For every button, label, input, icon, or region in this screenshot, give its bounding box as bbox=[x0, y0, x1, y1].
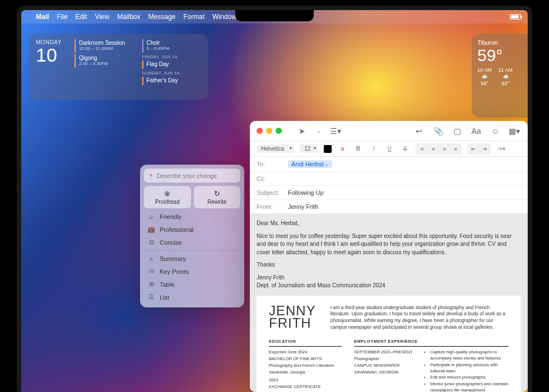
subject-field[interactable]: Following Up bbox=[288, 189, 324, 196]
align-center-button[interactable]: ≡ bbox=[428, 144, 438, 153]
mail-compose-window: ➤ ⌄ ☰▾ ↩ 📎 ▢ Aa ☺ ▦▾ Helvetica 12 a B I … bbox=[250, 121, 528, 392]
minimize-button[interactable] bbox=[266, 128, 272, 134]
cloud-icon: ☁️ bbox=[481, 74, 487, 80]
menu-window[interactable]: Window bbox=[212, 13, 236, 21]
tone-friendly[interactable]: ☺Friendly bbox=[144, 211, 240, 223]
weather-temp: 59° bbox=[477, 46, 522, 65]
menu-app[interactable]: Mail bbox=[36, 13, 49, 21]
calendar-event: Choir 8 – 8:45PM bbox=[142, 39, 202, 53]
menu-format[interactable]: Format bbox=[183, 13, 204, 21]
body-signature: Jenny Frith bbox=[257, 274, 521, 282]
from-label: From: bbox=[257, 203, 283, 210]
indent-group: ⇤ ⇥ bbox=[467, 143, 491, 155]
format-bar: Helvetica 12 a B I U S ≡ ≡ ≡ ≡ ⇤ ⇥ ⁝≡▾ bbox=[250, 141, 528, 157]
writing-tools-panel: ✦ Describe your change ⊕ Proofread ↻ Rew… bbox=[140, 165, 244, 307]
sparkle-icon: ✦ bbox=[148, 172, 153, 179]
rewrite-button[interactable]: ↻ Rewrite bbox=[194, 186, 241, 208]
experience-bullets: Capture high-quality photographs to acco… bbox=[425, 349, 509, 392]
experience-heading: EMPLOYMENT EXPERIENCE bbox=[354, 339, 509, 347]
transform-list[interactable]: ☰List bbox=[144, 291, 240, 304]
color-swatch[interactable] bbox=[324, 145, 332, 153]
body-signature: Dept. of Journalism and Mass Communicati… bbox=[257, 282, 521, 290]
menu-file[interactable]: File bbox=[57, 13, 67, 21]
attach-icon[interactable]: 📎 bbox=[431, 124, 445, 138]
concise-icon: ⊟ bbox=[147, 239, 155, 246]
photo-icon[interactable]: ▢ bbox=[450, 124, 464, 138]
rewrite-icon: ↻ bbox=[214, 189, 220, 198]
align-justify-button[interactable]: ≡ bbox=[450, 144, 460, 153]
cloud-icon: ☁️ bbox=[503, 74, 509, 80]
calendar-day: MONDAY bbox=[36, 39, 67, 45]
format-icon[interactable]: Aa bbox=[469, 124, 483, 138]
table-icon: ⊞ bbox=[147, 281, 155, 288]
battery-icon[interactable] bbox=[510, 14, 521, 20]
indent-button[interactable]: ⇥ bbox=[480, 144, 490, 153]
outdent-button[interactable]: ⇤ bbox=[468, 144, 478, 153]
summary-icon: ≡ bbox=[147, 255, 155, 262]
strike-button[interactable]: S bbox=[400, 146, 410, 152]
magnify-icon: ⊕ bbox=[164, 189, 170, 198]
font-size-select[interactable]: 12 bbox=[300, 144, 318, 153]
weather-widget[interactable]: Tiburon 59° 10 AM ☁️ 59° 11 AM ☁️ 62° bbox=[472, 34, 528, 118]
send-button[interactable]: ➤ bbox=[295, 124, 309, 138]
menu-message[interactable]: Message bbox=[148, 13, 176, 21]
cc-label: Cc: bbox=[257, 175, 283, 182]
resume-bio: I am a third-year student undergraduate … bbox=[331, 305, 509, 332]
resume-name: FRITH bbox=[269, 317, 316, 330]
body-thanks: Thanks bbox=[257, 261, 521, 269]
calendar-widget[interactable]: MONDAY 10 Darkroom Session 10:30 – 11:30… bbox=[29, 34, 208, 100]
mail-body-editor[interactable]: Dear Ms. Herbst, Nice to meet you for co… bbox=[250, 214, 528, 392]
title-bar[interactable]: ➤ ⌄ ☰▾ ↩ 📎 ▢ Aa ☺ ▦▾ bbox=[250, 121, 528, 141]
emoji-icon[interactable]: ☺ bbox=[488, 124, 502, 138]
weather-location: Tiburon bbox=[477, 39, 522, 46]
describe-change-input[interactable]: ✦ Describe your change bbox=[144, 169, 240, 183]
send-later-chevron[interactable]: ⌄ bbox=[312, 124, 325, 138]
alignment-group: ≡ ≡ ≡ ≡ bbox=[416, 143, 462, 155]
education-heading: EDUCATION bbox=[269, 339, 342, 347]
align-left-button[interactable]: ≡ bbox=[417, 144, 427, 153]
align-right-button[interactable]: ≡ bbox=[439, 144, 449, 153]
calendar-date: 10 bbox=[36, 45, 67, 64]
underline-button[interactable]: U bbox=[384, 146, 394, 152]
media-icon[interactable]: ▦▾ bbox=[508, 124, 521, 138]
menu-edit[interactable]: Edit bbox=[76, 13, 87, 21]
bold-button[interactable]: B bbox=[353, 146, 363, 152]
text-color-icon[interactable]: a bbox=[337, 146, 347, 152]
tone-concise[interactable]: ⊟Concise bbox=[144, 236, 240, 249]
menu-view[interactable]: View bbox=[95, 13, 109, 21]
transform-summary[interactable]: ≡Summary bbox=[144, 253, 240, 265]
header-toggle-button[interactable]: ☰▾ bbox=[329, 124, 342, 138]
menu-mailbox[interactable]: Mailbox bbox=[117, 13, 140, 21]
calendar-event: Flag Day bbox=[142, 60, 202, 69]
list-button[interactable]: ⁝≡▾ bbox=[496, 146, 506, 152]
keypoints-icon: ⁝≡ bbox=[147, 268, 155, 275]
laptop-notch bbox=[235, 10, 314, 21]
briefcase-icon: 💼 bbox=[147, 226, 155, 233]
resume-attachment: JENNY FRITH I am a third-year student un… bbox=[257, 296, 521, 393]
proofread-button[interactable]: ⊕ Proofread bbox=[144, 186, 191, 208]
subject-label: Subject: bbox=[257, 189, 283, 196]
transform-key-points[interactable]: ⁝≡Key Points bbox=[144, 265, 240, 278]
font-select[interactable]: Helvetica bbox=[257, 144, 294, 153]
calendar-event: Qigong 2:00 – 3:30PM bbox=[75, 54, 134, 68]
close-button[interactable] bbox=[257, 128, 263, 134]
transform-table[interactable]: ⊞Table bbox=[144, 278, 240, 291]
chevron-down-icon[interactable]: ⌄ bbox=[325, 162, 329, 167]
recipient-token[interactable]: Andi Herbst⌄ bbox=[288, 160, 332, 168]
body-paragraph: Nice to meet you for coffee yesterday. S… bbox=[257, 232, 521, 257]
reply-icon[interactable]: ↩ bbox=[412, 124, 426, 138]
to-label: To: bbox=[257, 161, 283, 167]
italic-button[interactable]: I bbox=[369, 146, 379, 152]
list-icon: ☰ bbox=[147, 293, 155, 301]
calendar-event: Darkroom Session 10:30 – 11:30AM bbox=[75, 39, 134, 53]
calendar-event: Father's Day bbox=[142, 77, 202, 85]
smile-icon: ☺ bbox=[147, 213, 155, 220]
tone-professional[interactable]: 💼Professional bbox=[144, 223, 240, 236]
zoom-button[interactable] bbox=[276, 128, 282, 134]
body-greeting: Dear Ms. Herbst, bbox=[257, 220, 521, 228]
from-field[interactable]: Jenny Frith bbox=[288, 203, 318, 210]
